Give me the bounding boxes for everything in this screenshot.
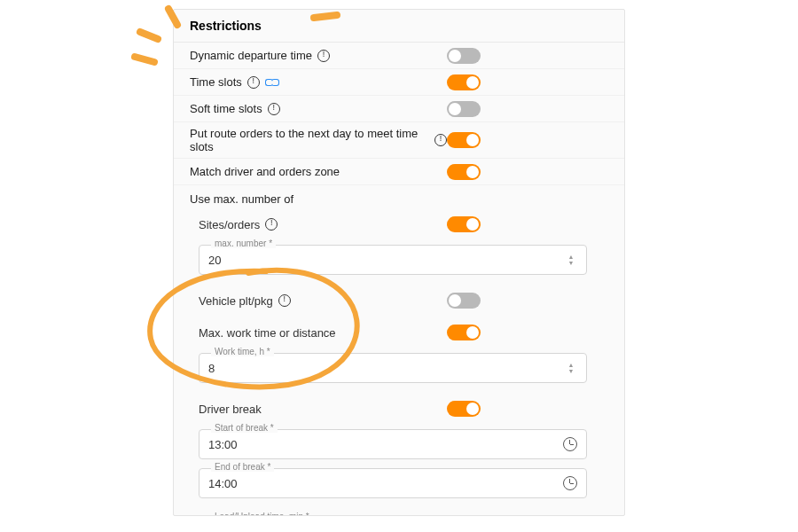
sub-vehicle: Vehicle plt/pkg: [174, 286, 624, 317]
label-vehicle: Vehicle plt/pkg: [199, 294, 273, 308]
input-work-hours-value: 8: [208, 362, 559, 375]
sub-sites-orders: Sites/orders max. number * 20 ▲▼: [174, 209, 624, 286]
info-icon[interactable]: [278, 294, 291, 307]
input-max-number[interactable]: 20 ▲▼: [199, 245, 587, 275]
label-dynamic-departure: Dynamic departure time: [190, 49, 312, 62]
label-work-time: Max. work time or distance: [199, 326, 336, 340]
row-dynamic-departure: Dynamic departure time: [174, 43, 624, 69]
row-match-zone: Match driver and orders zone: [174, 159, 624, 185]
input-max-number-value: 20: [208, 254, 559, 267]
info-icon[interactable]: [268, 103, 280, 115]
toggle-soft-time-slots[interactable]: [447, 101, 481, 117]
panel-title: Restrictions: [174, 10, 624, 43]
field-label-work-hours: Work time, h *: [211, 347, 274, 356]
label-soft-time-slots: Soft time slots: [190, 102, 262, 115]
input-break-start[interactable]: 13:00: [199, 429, 587, 459]
input-break-end[interactable]: 14:00: [199, 468, 587, 498]
info-icon[interactable]: [434, 134, 447, 146]
sub-driver-break: Driver break Start of break * 13:00 End …: [174, 394, 624, 509]
use-max-heading: Use max. number of: [174, 185, 624, 209]
info-icon[interactable]: [317, 50, 330, 62]
stepper-icon[interactable]: ▲▼: [565, 363, 577, 374]
label-match-zone: Match driver and orders zone: [190, 165, 340, 178]
sub-work-time: Max. work time or distance Work time, h …: [174, 317, 624, 394]
toggle-dynamic-departure[interactable]: [447, 48, 481, 64]
toggle-next-day[interactable]: [447, 132, 481, 148]
clock-icon[interactable]: [563, 476, 577, 490]
label-next-day: Put route orders to the next day to meet…: [190, 127, 429, 153]
field-label-load-unload: Load/Unload time, min *: [211, 512, 313, 516]
toggle-driver-break[interactable]: [447, 401, 481, 417]
toggle-vehicle[interactable]: [447, 293, 481, 309]
clock-icon[interactable]: [563, 437, 577, 451]
info-icon[interactable]: [247, 76, 260, 89]
toggle-time-slots[interactable]: [447, 74, 481, 90]
link-icon[interactable]: [265, 77, 279, 88]
restrictions-panel: Restrictions Dynamic departure time Time…: [173, 9, 625, 516]
field-label-break-start: Start of break *: [211, 423, 278, 433]
row-soft-time-slots: Soft time slots: [174, 96, 624, 122]
field-label-max-number: max. number *: [211, 239, 276, 248]
input-break-start-value: 13:00: [208, 438, 558, 451]
stepper-icon[interactable]: ▲▼: [565, 254, 577, 266]
input-work-hours[interactable]: 8 ▲▼: [199, 353, 587, 383]
toggle-sites-orders[interactable]: [447, 216, 481, 232]
label-driver-break: Driver break: [199, 403, 262, 416]
input-break-end-value: 14:00: [208, 477, 558, 490]
info-icon[interactable]: [265, 218, 278, 231]
field-label-break-end: End of break *: [211, 462, 274, 472]
sub-load-unload: Load/Unload time, min * 30 ▲▼: [174, 509, 624, 516]
label-sites-orders: Sites/orders: [199, 218, 260, 231]
toggle-match-zone[interactable]: [447, 164, 481, 180]
row-next-day: Put route orders to the next day to meet…: [174, 122, 624, 159]
toggle-work-time[interactable]: [447, 325, 481, 340]
label-time-slots: Time slots: [190, 75, 242, 89]
row-time-slots: Time slots: [174, 69, 624, 96]
